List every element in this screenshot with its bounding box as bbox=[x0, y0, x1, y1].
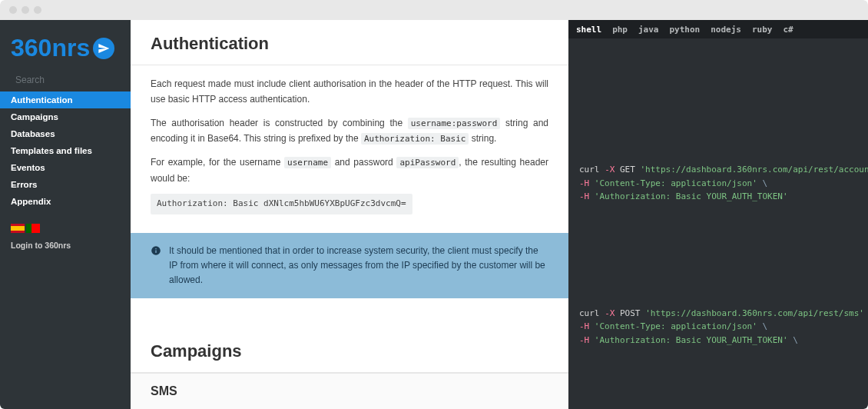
search-row[interactable] bbox=[0, 71, 131, 91]
nav-item-campaigns[interactable]: Campaigns bbox=[0, 108, 131, 125]
paper-plane-icon bbox=[93, 38, 114, 59]
info-icon bbox=[151, 245, 161, 256]
code-user-pass: username:password bbox=[408, 118, 501, 129]
auth-example-lead: For example, for the username username a… bbox=[151, 155, 548, 186]
tab-nodejs[interactable]: nodejs bbox=[711, 25, 741, 35]
login-link[interactable]: Login to 360nrs bbox=[0, 238, 131, 253]
language-tabs: shell php java python nodejs ruby c# bbox=[568, 20, 868, 38]
logo-text: 360nrs bbox=[11, 34, 90, 62]
code-username: username bbox=[284, 157, 331, 168]
code-apipassword: apiPassword bbox=[396, 157, 459, 168]
code-block-account: curl -X GET 'https://dashboard.360nrs.co… bbox=[568, 154, 868, 213]
page-title-authentication: Authentication bbox=[131, 20, 568, 65]
nav: Authentication Campaigns Databases Templ… bbox=[0, 91, 131, 210]
chrome-dot bbox=[9, 6, 17, 14]
nav-item-appendix[interactable]: Appendix bbox=[0, 193, 131, 210]
code-block-sms: curl -X POST 'https://dashboard.360nrs.c… bbox=[568, 298, 868, 357]
tab-ruby[interactable]: ruby bbox=[752, 25, 773, 35]
sidebar: 360nrs Authentication Campaigns Database… bbox=[0, 20, 131, 409]
nav-item-errors[interactable]: Errors bbox=[0, 176, 131, 193]
flag-es-icon[interactable] bbox=[11, 224, 25, 233]
auth-intro-text: Each request made must include client au… bbox=[151, 76, 548, 108]
code-pane: shell php java python nodejs ruby c# cur… bbox=[568, 20, 868, 409]
tab-python[interactable]: python bbox=[670, 25, 701, 35]
browser-chrome bbox=[0, 0, 868, 20]
page-title-campaigns: Campaigns bbox=[131, 328, 568, 373]
auth-header-desc: The authorisation header is constructed … bbox=[151, 115, 548, 147]
tab-php[interactable]: php bbox=[612, 25, 628, 35]
tab-shell[interactable]: shell bbox=[576, 25, 601, 35]
search-input[interactable] bbox=[15, 75, 131, 85]
main-content: Authentication Each request made must in… bbox=[131, 20, 568, 409]
language-flags bbox=[0, 210, 131, 238]
logo[interactable]: 360nrs bbox=[0, 20, 131, 71]
chrome-dot bbox=[34, 6, 41, 14]
nav-item-authentication[interactable]: Authentication bbox=[0, 91, 131, 108]
auth-example-header: Authorization: Basic dXNlcm5hbWU6YXBpUGF… bbox=[151, 194, 412, 214]
nav-item-databases[interactable]: Databases bbox=[0, 125, 131, 142]
nav-item-eventos[interactable]: Eventos bbox=[0, 159, 131, 176]
security-notice: It should be mentioned that in order to … bbox=[131, 233, 568, 299]
flag-pt-icon[interactable] bbox=[26, 224, 40, 233]
tab-csharp[interactable]: c# bbox=[784, 25, 793, 35]
tab-java[interactable]: java bbox=[638, 25, 659, 35]
nav-item-templates[interactable]: Templates and files bbox=[0, 142, 131, 159]
code-auth-basic: Authorization: Basic bbox=[361, 133, 469, 145]
sms-heading: SMS bbox=[131, 373, 568, 409]
chrome-dot bbox=[22, 6, 29, 14]
